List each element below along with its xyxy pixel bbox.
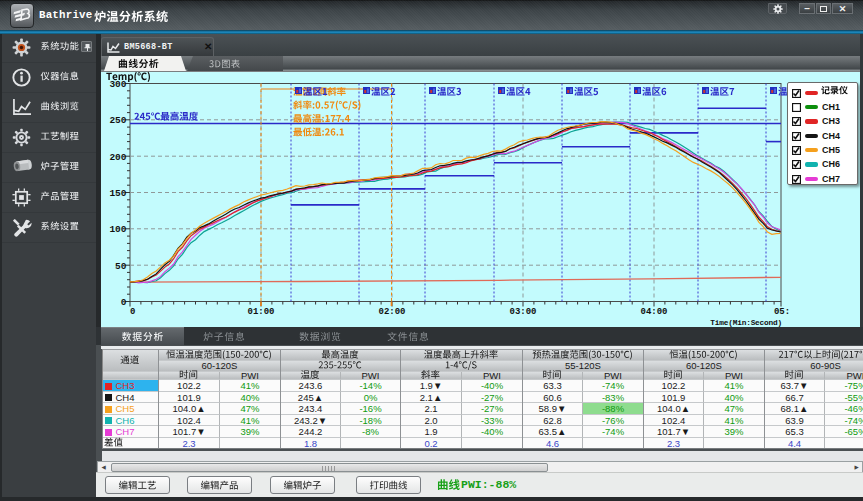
svg-text:03:00: 03:00	[509, 307, 536, 317]
svg-text:200: 200	[109, 152, 126, 163]
svg-text:02:00: 02:00	[378, 307, 405, 317]
svg-text:05:: 05:	[774, 307, 790, 317]
svg-text:Time(Min:Second): Time(Min:Second)	[710, 319, 782, 327]
svg-text:300: 300	[109, 79, 126, 90]
svg-text:50: 50	[115, 261, 127, 272]
svg-text:250: 250	[109, 115, 126, 126]
svg-text:01:00: 01:00	[247, 307, 274, 317]
svg-text:150: 150	[109, 188, 126, 199]
svg-text:0: 0	[121, 297, 127, 308]
svg-text:04:00: 04:00	[640, 307, 667, 317]
svg-text:0: 0	[130, 307, 135, 317]
svg-text:100: 100	[109, 224, 126, 235]
